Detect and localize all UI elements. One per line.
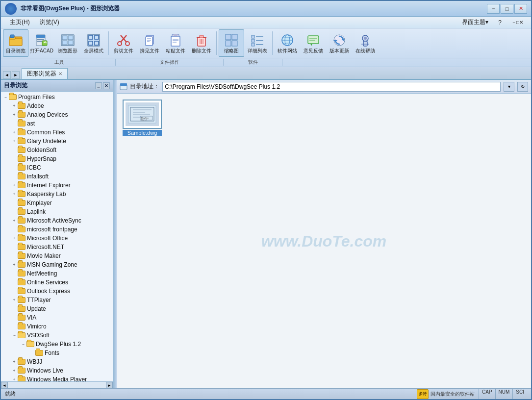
toggle-wbjj[interactable]: + [11,358,18,365]
hscroll-left[interactable]: ◄ [1,382,8,388]
tree-item-infallsoft[interactable]: + infallsoft [1,172,113,181]
tree-item-via[interactable]: + VIA [1,313,113,322]
hscroll-right[interactable]: ► [106,382,113,388]
tree-item-kaspersky[interactable]: + Kaspersky Lab [1,190,113,199]
toggle-ie[interactable]: + [11,182,18,189]
toggle-glary[interactable]: + [11,138,18,145]
sec-label-fileops: 文件操作 [116,59,224,66]
toolbar-copy-file[interactable]: 携见文件 [137,29,162,57]
toolbar-software-site[interactable]: 软件网站 [275,29,300,57]
tree-item-kmplayer[interactable]: + Kmplayer [1,199,113,207]
toggle-adobe[interactable]: + [11,102,18,109]
toggle-activesync[interactable]: + [11,217,18,224]
file-item-sample-dwg[interactable]: DwgSee Plus 1.2 Sample.dwg [123,100,162,136]
tree-item-common[interactable]: + Common Files [1,128,113,137]
tree-item-goldensoft[interactable]: + GoldenSoft [1,146,113,154]
tree-item-onlineservices[interactable]: + Online Services [1,278,113,287]
toggle-msoffice[interactable]: + [11,235,18,242]
address-dropdown-button[interactable]: ▾ [504,82,514,92]
tree-item-msn[interactable]: + MSN Gaming Zone [1,260,113,269]
toolbar-dir-browse[interactable]: 目录浏览 [3,29,28,57]
tree-item-laplink[interactable]: + Laplink [1,207,113,216]
tab-nav-left[interactable]: ◄ [3,71,11,79]
menu-theme[interactable]: 界面主题▾ [458,17,492,27]
fullscreen-icon [86,32,101,48]
tree-item-adobe[interactable]: + Adobe [1,101,113,110]
toolbar-cut-file[interactable]: 剪切文件 [111,29,136,57]
tree-item-vsdsoft[interactable]: － VSDSoft [1,331,113,340]
toolbar-dir-browse-label: 目录浏览 [6,48,25,54]
tree-item-ast[interactable]: + ast [1,119,113,128]
sec-label-software: 软件 [224,59,282,66]
folder-icon-analog [18,112,25,118]
toolbar-paste-file[interactable]: 粘贴文件 [163,29,188,57]
tree-label-vsdsoft: VSDSoft [27,332,50,339]
tree-item-wbjj[interactable]: + WBJJ [1,357,113,366]
tab-close-button[interactable]: ✕ [58,71,62,76]
svg-rect-48 [252,43,254,46]
address-refresh-button[interactable]: ↻ [517,82,528,92]
tree-item-dwgsee[interactable]: － DwgSee Plus 1.2 [1,340,113,349]
sidebar-pin-button[interactable]: _ [95,82,102,89]
toggle-programfiles[interactable]: － [2,94,9,100]
toolbar-thumbnail[interactable]: 缩略图 [219,29,244,57]
toolbar-detail-list[interactable]: 详细列表 [245,29,270,57]
toolbar-browse-shape[interactable]: 浏览图形 [55,29,80,57]
tree-item-update[interactable]: + Update [1,304,113,313]
svg-rect-12 [62,41,67,45]
tree-item-outlook[interactable]: + Outlook Express [1,287,113,296]
toolbar-update[interactable]: 版本更新 [327,29,352,57]
tree-item-dotnet[interactable]: + Microsoft.NET [1,243,113,251]
toggle-vsdsoft[interactable]: － [11,332,18,339]
tree-item-fonts[interactable]: + Fonts [1,349,113,357]
tree-label-update: Update [27,305,46,312]
toggle-winlive[interactable]: + [11,367,18,374]
tree-item-activesync[interactable]: + Microsoft ActiveSync [1,216,113,225]
tree-item-msoffice[interactable]: + Microsoft Office [1,234,113,243]
tree-item-analog[interactable]: + Analog Devices [1,110,113,119]
menu-help[interactable]: ? [494,18,506,27]
tree-item-glary[interactable]: + Glary Undelete [1,137,113,146]
toggle-common[interactable]: + [11,129,18,136]
menu-home[interactable]: 主页(H) [5,17,35,27]
tree-item-icbc[interactable]: + ICBC [1,163,113,172]
minimize-button[interactable]: － [487,4,500,14]
tree-item-netmeeting[interactable]: + NetMeeting [1,269,113,278]
tab-file-browser[interactable]: 图形浏览器 ✕ [22,68,68,79]
tree-item-programfiles[interactable]: － Program Files [1,93,113,101]
files-area[interactable]: www.DuoTe.com [117,94,531,388]
svg-rect-36 [200,35,203,38]
close-button[interactable]: ✕ [514,4,527,14]
address-input[interactable] [162,82,501,92]
statusbar: 就绪 多特 国内最安全的软件站 CAP NUM SCI [1,388,531,399]
tree-item-hypersnap[interactable]: + HyperSnap [1,154,113,163]
folder-icon-winlive [18,368,25,374]
tree-item-vimicro[interactable]: + Vimicro [1,322,113,331]
toggle-ttplayer[interactable]: + [11,297,18,303]
tree-item-wmp[interactable]: + Windows Media Player [1,375,113,381]
detail-list-label: 详细列表 [248,48,267,54]
toggle-dwgsee[interactable]: － [20,341,26,348]
toolbar-online-help[interactable]: 在线帮助 [353,29,378,57]
toggle-msn[interactable]: + [11,261,18,268]
sidebar-close-button[interactable]: ✕ [103,82,110,89]
toolbar-delete-file[interactable]: 删除文件 [189,29,214,57]
toggle-kaspersky[interactable]: + [11,191,18,198]
tree-item-frontpage[interactable]: + microsoft frontpage [1,225,113,234]
tree-item-ttplayer[interactable]: + TTPlayer [1,296,113,304]
maximize-button[interactable]: □ [501,4,513,14]
toolbar-feedback[interactable]: 意见反馈 [301,29,326,57]
tree-label-laplink: Laplink [27,208,46,215]
hscroll-track[interactable] [8,382,106,388]
tree-item-ie[interactable]: + Internet Explorer [1,181,113,190]
tab-nav-right[interactable]: ► [12,71,20,79]
toggle-wmp[interactable]: + [11,376,18,381]
tree-item-moviemaker[interactable]: + Movie Maker [1,251,113,260]
toolbar-open-acad[interactable]: 打开ACAD [29,29,54,57]
menu-browse[interactable]: 浏览(V) [35,17,64,27]
tree-container[interactable]: － Program Files + Adobe + Analog Devices… [1,92,113,381]
toolbar-fullscreen[interactable]: 全屏模式 [81,29,106,57]
tree-item-winlive[interactable]: + Windows Live [1,366,113,375]
toggle-analog[interactable]: + [11,111,18,118]
menu-winctrl[interactable]: －□✕ [507,18,527,27]
